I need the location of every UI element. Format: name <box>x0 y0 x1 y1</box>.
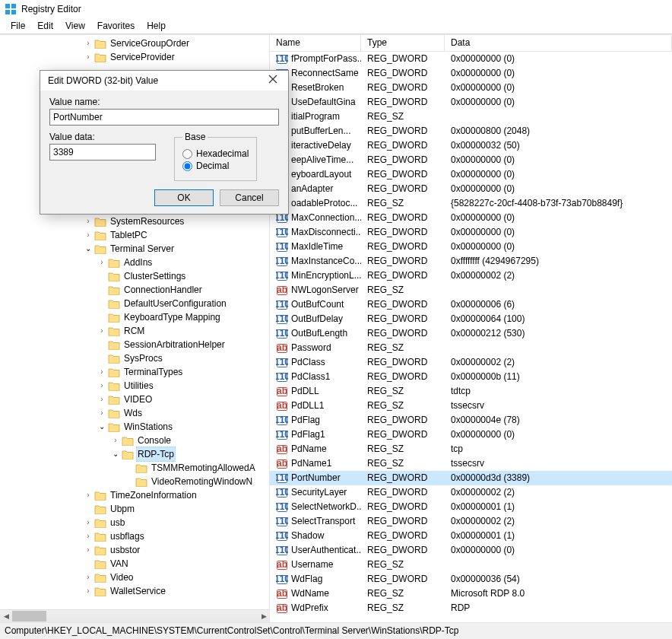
registry-value-row[interactable]: ReconnectSameREG_DWORD0x00000000 (0) <box>270 66 672 81</box>
registry-value-row[interactable]: MaxInstanceCo...REG_DWORD0xffffffff (429… <box>270 254 672 269</box>
registry-value-row[interactable]: PortNumberREG_DWORD0x00000d3d (3389) <box>270 471 672 485</box>
expander-icon[interactable]: › <box>84 228 93 242</box>
tree-horizontal-scrollbar[interactable]: ◀ ▶ <box>0 609 270 622</box>
registry-value-row[interactable]: UseDefaultGinaREG_DWORD0x00000000 (0) <box>270 95 672 110</box>
registry-value-row[interactable]: PdFlag1REG_DWORD0x00000000 (0) <box>270 428 672 442</box>
expander-icon[interactable]: › <box>84 37 93 50</box>
expander-icon[interactable]: › <box>84 516 93 529</box>
value-name-input[interactable] <box>49 109 279 126</box>
tree-node[interactable]: ›usbflags <box>2 529 269 543</box>
tree-node[interactable]: ›Utilities <box>2 379 269 393</box>
registry-value-row[interactable]: MinEncryptionL...REG_DWORD0x00000002 (2) <box>270 269 672 283</box>
tree-node[interactable]: TSMMRemotingAllowedA <box>2 461 269 475</box>
expander-icon[interactable]: › <box>97 406 106 420</box>
tree-node[interactable]: ›Video <box>2 571 269 584</box>
tree-node[interactable]: ›Console <box>2 434 269 447</box>
registry-value-row[interactable]: PdClass1REG_DWORD0x0000000b (11) <box>270 370 672 384</box>
registry-value-row[interactable]: eyboardLayoutREG_DWORD0x00000000 (0) <box>270 167 672 182</box>
cancel-button[interactable]: Cancel <box>220 189 279 206</box>
registry-value-row[interactable]: SecurityLayerREG_DWORD0x00000002 (2) <box>270 485 672 500</box>
registry-value-row[interactable]: OutBufDelayREG_DWORD0x00000064 (100) <box>270 312 672 326</box>
tree-node[interactable]: KeyboardType Mapping <box>2 310 269 324</box>
tree-node[interactable]: ⌄RDP-Tcp <box>2 447 269 461</box>
expander-icon[interactable]: › <box>97 256 106 269</box>
expander-icon[interactable]: › <box>84 529 93 543</box>
col-header-type[interactable]: Type <box>361 35 445 51</box>
tree-node[interactable]: ›ServiceProvider <box>2 50 269 64</box>
expander-icon[interactable]: › <box>111 434 120 447</box>
registry-value-row[interactable]: fPromptForPass...REG_DWORD0x00000000 (0) <box>270 52 672 66</box>
tree-node[interactable]: ›usbstor <box>2 543 269 557</box>
tree-node[interactable]: ClusterSettings <box>2 269 269 283</box>
registry-value-row[interactable]: PdFlagREG_DWORD0x0000004e (78) <box>270 413 672 428</box>
scroll-left-icon[interactable]: ◀ <box>0 610 12 623</box>
registry-value-row[interactable]: UsernameREG_SZ <box>270 558 672 572</box>
value-data-input[interactable] <box>49 144 156 161</box>
tree-node[interactable]: ›Wds <box>2 406 269 420</box>
registry-value-row[interactable]: MaxIdleTimeREG_DWORD0x00000000 (0) <box>270 240 672 254</box>
registry-value-row[interactable]: MaxConnection...REG_DWORD0x00000000 (0) <box>270 211 672 225</box>
expander-icon[interactable]: › <box>84 584 93 598</box>
registry-value-row[interactable]: UserAuthenticat...REG_DWORD0x00000000 (0… <box>270 543 672 558</box>
dialog-titlebar[interactable]: Edit DWORD (32-bit) Value <box>40 71 288 91</box>
radio-decimal[interactable]: Decimal <box>182 161 249 171</box>
expander-icon[interactable]: › <box>84 50 93 64</box>
expander-icon[interactable]: ⌄ <box>84 242 93 256</box>
registry-value-row[interactable]: PasswordREG_SZ <box>270 341 672 355</box>
registry-value-row[interactable]: WdPrefixREG_SZRDP <box>270 601 672 615</box>
radio-hex-input[interactable] <box>182 149 192 159</box>
registry-value-row[interactable]: iteractiveDelayREG_DWORD0x00000032 (50) <box>270 138 672 153</box>
tree-node[interactable]: ›VIDEO <box>2 393 269 406</box>
registry-value-row[interactable]: MaxDisconnecti...REG_DWORD0x00000000 (0) <box>270 225 672 240</box>
menu-favorites[interactable]: Favorites <box>91 19 141 33</box>
radio-hexadecimal[interactable]: Hexadecimal <box>182 148 249 159</box>
col-header-name[interactable]: Name <box>270 35 361 51</box>
list-pane[interactable]: Name Type Data fPromptForPass...REG_DWOR… <box>270 35 672 620</box>
registry-value-row[interactable]: eepAliveTime...REG_DWORD0x00000000 (0) <box>270 153 672 167</box>
tree-node[interactable]: ›TerminalTypes <box>2 365 269 379</box>
tree-node[interactable]: ›ServiceGroupOrder <box>2 37 269 50</box>
menu-file[interactable]: File <box>5 19 31 33</box>
registry-value-row[interactable]: oadableProtoc...REG_SZ{5828227c-20cf-440… <box>270 196 672 211</box>
ok-button[interactable]: OK <box>154 189 214 206</box>
tree-node[interactable]: Ubpm <box>2 502 269 516</box>
expander-icon[interactable]: › <box>97 324 106 338</box>
expander-icon[interactable]: ⌄ <box>97 420 106 434</box>
registry-value-row[interactable]: anAdapterREG_DWORD0x00000000 (0) <box>270 182 672 196</box>
tree-node[interactable]: ConnectionHandler <box>2 283 269 297</box>
tree-node[interactable]: ›usb <box>2 516 269 529</box>
menu-edit[interactable]: Edit <box>31 19 59 33</box>
tree-node[interactable]: SessionArbitrationHelper <box>2 338 269 351</box>
tree-node[interactable]: ›TimeZoneInformation <box>2 488 269 502</box>
registry-value-row[interactable]: itialProgramREG_SZ <box>270 110 672 124</box>
tree-node[interactable]: DefaultUserConfiguration <box>2 297 269 310</box>
scroll-thumb[interactable] <box>12 611 46 622</box>
menu-view[interactable]: View <box>59 19 91 33</box>
tree-node[interactable]: ›WalletService <box>2 584 269 598</box>
registry-value-row[interactable]: PdNameREG_SZtcp <box>270 442 672 456</box>
registry-value-row[interactable]: NWLogonServerREG_SZ <box>270 283 672 297</box>
tree-node[interactable]: VideoRemotingWindowN <box>2 475 269 488</box>
registry-value-row[interactable]: WdNameREG_SZMicrosoft RDP 8.0 <box>270 587 672 601</box>
tree-node[interactable]: ›TabletPC <box>2 228 269 242</box>
registry-value-row[interactable]: SelectNetworkD...REG_DWORD0x00000001 (1) <box>270 500 672 514</box>
close-icon[interactable] <box>261 72 285 89</box>
menu-help[interactable]: Help <box>141 19 172 33</box>
expander-icon[interactable]: › <box>84 488 93 502</box>
tree-node[interactable]: VAN <box>2 557 269 571</box>
radio-dec-input[interactable] <box>182 161 192 171</box>
scroll-right-icon[interactable]: ▶ <box>258 610 270 623</box>
registry-value-row[interactable]: ShadowREG_DWORD0x00000001 (1) <box>270 529 672 543</box>
registry-value-row[interactable]: putBufferLen...REG_DWORD0x00000800 (2048… <box>270 124 672 138</box>
registry-value-row[interactable]: PdName1REG_SZtssecsrv <box>270 456 672 471</box>
registry-value-row[interactable]: PdDLLREG_SZtdtcp <box>270 384 672 399</box>
expander-icon[interactable]: › <box>84 543 93 557</box>
registry-value-row[interactable]: ResetBrokenREG_DWORD0x00000000 (0) <box>270 81 672 95</box>
expander-icon[interactable]: ⌄ <box>111 447 120 461</box>
registry-value-row[interactable]: WdFlagREG_DWORD0x00000036 (54) <box>270 572 672 587</box>
registry-value-row[interactable]: SelectTransportREG_DWORD0x00000002 (2) <box>270 514 672 529</box>
tree-node[interactable]: SysProcs <box>2 351 269 365</box>
tree-node[interactable]: ›SystemResources <box>2 215 269 228</box>
col-header-data[interactable]: Data <box>445 35 672 51</box>
tree-node[interactable]: ›AddIns <box>2 256 269 269</box>
